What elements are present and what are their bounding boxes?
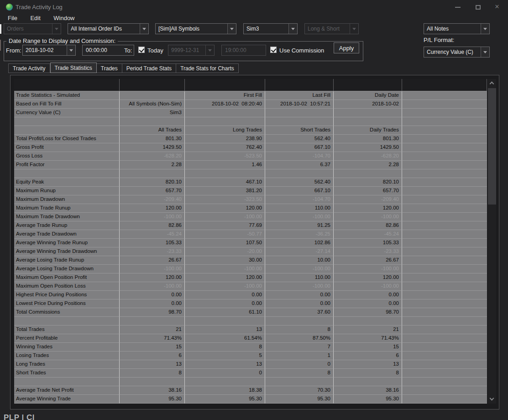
- pl-format-select[interactable]: Currency Value (C): [424, 47, 490, 58]
- table-cell: [402, 204, 487, 213]
- tab-trade-stats-for-charts[interactable]: Trade Stats for Charts: [176, 63, 239, 73]
- notes-select-value: All Notes: [427, 26, 449, 32]
- internal-order-ids-value: All Internal Order IDs: [71, 26, 122, 32]
- table-row[interactable]: Short Trades8088: [14, 369, 487, 378]
- chevron-down-icon[interactable]: [140, 24, 148, 34]
- symbols-select[interactable]: [Sim]All Symbols: [155, 23, 236, 34]
- table-cell: Trade Statistics - Simulated: [14, 91, 120, 100]
- table-row[interactable]: Based on Fill To FillAll Symbols (Non-Si…: [14, 100, 487, 109]
- tab-trade-statistics[interactable]: Trade Statistics: [50, 63, 97, 73]
- table-row[interactable]: Equity Peak820.10467.10562.40820.10: [14, 178, 487, 187]
- table-cell: [402, 213, 487, 221]
- table-cell: 667.10: [265, 187, 334, 195]
- table-row[interactable]: Average Winning Trade Drawdown-23.33-20.…: [14, 247, 487, 256]
- table-row[interactable]: Percent Profitable71.43%61.54%87.50%71.4…: [14, 334, 487, 343]
- table-row[interactable]: Maximum Open Position Loss-100.00-100.00…: [14, 282, 487, 291]
- table-row[interactable]: Maximum Runup657.70381.20667.10657.70: [14, 187, 487, 195]
- notes-select[interactable]: All Notes: [424, 23, 490, 34]
- table-cell: -100.00: [334, 213, 402, 221]
- table-cell: [185, 79, 265, 91]
- table-row[interactable]: Total Trades2113821: [14, 326, 487, 334]
- chevron-down-icon[interactable]: [67, 45, 75, 55]
- table-row[interactable]: Average Losing Trade Runup26.6730.0010.0…: [14, 256, 487, 265]
- table-row[interactable]: Total Commissions98.7061.1037.6098.70: [14, 308, 487, 317]
- table-cell: -100.00: [265, 265, 334, 273]
- table-cell: -100.00: [120, 213, 185, 221]
- table-cell: Winning Trades: [14, 343, 120, 352]
- table-row[interactable]: [14, 117, 487, 126]
- table-cell: 21: [120, 326, 185, 334]
- table-row[interactable]: Average Trade Drawdown-45.24-50.77-36.25…: [14, 230, 487, 239]
- scroll-down-button[interactable]: [488, 395, 496, 404]
- today-checkbox-label[interactable]: Today: [147, 47, 163, 54]
- table-row[interactable]: Long Trades1313013: [14, 360, 487, 369]
- account-select[interactable]: Sim3: [243, 23, 298, 34]
- table-row[interactable]: Average Trade Net Profit38.1618.3870.303…: [14, 386, 487, 395]
- table-cell: [402, 256, 487, 265]
- table-cell: 6: [334, 352, 402, 360]
- table-row[interactable]: Lowest Price During Positions0.000.000.0…: [14, 299, 487, 308]
- table-row[interactable]: All TradesLong TradesShort TradesDaily T…: [14, 126, 487, 135]
- table-row[interactable]: Average Winning Trade Runup105.33107.501…: [14, 239, 487, 247]
- apply-button[interactable]: Apply: [334, 42, 359, 53]
- table-cell: Daily Trades: [334, 126, 402, 135]
- tab-trade-activity[interactable]: Trade Activity: [8, 63, 50, 73]
- menu-file[interactable]: File: [5, 14, 21, 22]
- chevron-down-icon[interactable]: [481, 47, 489, 57]
- table-cell: [14, 79, 120, 91]
- today-checkbox[interactable]: [138, 47, 145, 53]
- use-commission-checkbox[interactable]: [270, 47, 277, 53]
- table-cell: Losing Trades: [14, 352, 120, 360]
- table-cell: Average Winning Trade: [14, 395, 120, 404]
- chevron-down-icon[interactable]: [481, 24, 489, 34]
- pl-format-label: P/L Format:: [424, 37, 454, 43]
- scroll-up-button[interactable]: [488, 79, 496, 88]
- scrollbar-thumb[interactable]: [488, 88, 496, 205]
- table-cell: -100.00: [334, 265, 402, 273]
- table-row[interactable]: Average Trade Runup82.8677.6991.2582.86: [14, 221, 487, 230]
- table-row[interactable]: Gross Loss-628.20-523.50-104.70-628.20: [14, 152, 487, 161]
- table-cell: -45.24: [334, 230, 402, 239]
- vertical-scrollbar[interactable]: [488, 79, 496, 404]
- table-cell: -100.00: [185, 282, 265, 291]
- use-commission-label[interactable]: Use Commission: [279, 47, 324, 54]
- menu-window[interactable]: Window: [50, 14, 78, 22]
- table-row[interactable]: [14, 378, 487, 386]
- table-cell: [265, 109, 334, 117]
- maximize-button[interactable]: [468, 0, 488, 14]
- table-row[interactable]: Maximum Drawdown-209.40-323.50-104.70-20…: [14, 195, 487, 204]
- close-button[interactable]: ✕: [487, 0, 507, 14]
- tab-trades[interactable]: Trades: [97, 63, 122, 73]
- table-row[interactable]: Trade Statistics - SimulatedFirst FillLa…: [14, 91, 487, 100]
- table-row[interactable]: Highest Price During Positions0.000.000.…: [14, 291, 487, 299]
- table-cell: -23.33: [120, 247, 185, 256]
- table-row[interactable]: Total Profit/Loss for Closed Trades801.3…: [14, 135, 487, 143]
- table-row[interactable]: Losing Trades6516: [14, 352, 487, 360]
- chevron-down-icon[interactable]: [288, 24, 297, 34]
- table-row[interactable]: Profit Factor2.281.466.372.28: [14, 161, 487, 169]
- chevron-down-icon: [52, 24, 61, 34]
- minimize-button[interactable]: [448, 0, 468, 14]
- table-cell: 95.30: [120, 395, 185, 404]
- table-row[interactable]: Gross Profit1429.50762.40667.101429.50: [14, 143, 487, 152]
- table-cell: 1429.50: [334, 143, 402, 152]
- table-cell: -323.50: [185, 195, 265, 204]
- table-row[interactable]: Currency Value (C)Sim3: [14, 109, 487, 117]
- table-cell: [334, 117, 402, 126]
- chevron-down-icon[interactable]: [227, 24, 236, 34]
- from-date-select[interactable]: 2018-10-02: [22, 45, 76, 56]
- tab-period-trade-stats[interactable]: Period Trade Stats: [122, 63, 176, 73]
- table-row[interactable]: Average Losing Trade Drawdown-100.00-100…: [14, 265, 487, 273]
- table-row[interactable]: [14, 169, 487, 178]
- table-row[interactable]: Maximum Trade Runup120.00120.00110.00120…: [14, 204, 487, 213]
- table-cell: 82.86: [120, 221, 185, 230]
- internal-order-ids-select[interactable]: All Internal Order IDs: [68, 23, 149, 34]
- table-row[interactable]: [14, 317, 487, 326]
- table-row[interactable]: Maximum Trade Drawdown-100.00-100.00-100…: [14, 213, 487, 221]
- menu-edit[interactable]: Edit: [27, 14, 43, 22]
- table-row[interactable]: Maximum Open Position Profit120.00120.00…: [14, 273, 487, 282]
- table-cell: 91.25: [265, 221, 334, 230]
- table-row[interactable]: Average Winning Trade95.3095.3095.3095.3…: [14, 395, 487, 404]
- table-row[interactable]: Winning Trades158715: [14, 343, 487, 352]
- table-cell: -50.77: [185, 230, 265, 239]
